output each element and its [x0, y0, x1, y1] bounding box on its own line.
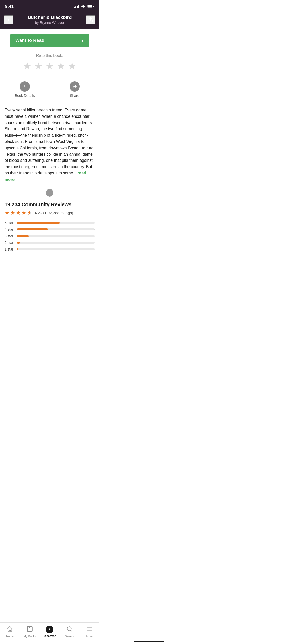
book-author: by Brynne Weaver — [13, 21, 86, 25]
star-4[interactable]: ★ — [57, 61, 65, 72]
bar-label-1star: 1 star — [5, 247, 14, 251]
wifi-icon — [81, 5, 86, 9]
avg-star-5[interactable]: ★ ★ — [27, 210, 32, 216]
rate-section: Rate this book: ★ ★ ★ ★ ★ — [0, 50, 99, 77]
star-2[interactable]: ★ — [34, 61, 43, 72]
bar-label-3star: 3 star — [5, 234, 14, 238]
avg-star-3[interactable]: ★ — [16, 210, 21, 216]
bar-label-4star: 4 star — [5, 227, 14, 231]
svg-rect-2 — [88, 5, 92, 7]
star-1[interactable]: ★ — [23, 61, 32, 72]
book-description: Every serial killer needs a friend. Ever… — [0, 102, 99, 185]
bar-label-5star: 5 star — [5, 221, 14, 225]
dropdown-arrow-icon: ▼ — [80, 39, 84, 43]
bar-track-3star — [17, 235, 95, 237]
status-time: 9:41 — [5, 4, 14, 9]
bar-fill-2star — [17, 242, 20, 244]
signal-icon — [74, 5, 79, 8]
want-to-read-section: Want to Read ▼ — [0, 29, 99, 50]
battery-icon — [87, 5, 94, 9]
rating-text: 4.20 (1,02,788 ratings) — [35, 211, 73, 215]
reviews-count: 19,234 Community Reviews — [5, 202, 95, 208]
book-details-label: Book Details — [15, 94, 35, 98]
bar-row-2star[interactable]: 2 star — [5, 241, 95, 245]
bar-row-3star[interactable]: 3 star — [5, 234, 95, 238]
bar-track-5star — [17, 222, 95, 224]
scroll-dot — [46, 189, 53, 197]
bar-arrow-icon: › — [93, 227, 95, 232]
share-action-icon — [70, 81, 80, 92]
bar-label-2star: 2 star — [5, 241, 14, 245]
back-button[interactable]: ‹ — [4, 15, 13, 24]
book-title: Butcher & Blackbird — [13, 15, 86, 20]
bar-row-1star[interactable]: 1 star — [5, 247, 95, 251]
main-content: Want to Read ▼ Rate this book: ★ ★ ★ ★ ★… — [0, 29, 99, 277]
want-to-read-button[interactable]: Want to Read ▼ — [10, 34, 89, 47]
book-details-icon: i — [20, 81, 30, 92]
page-header: ‹ Butcher & Blackbird by Brynne Weaver — [0, 12, 99, 29]
bar-track-2star — [17, 242, 95, 244]
avg-stars: ★ ★ ★ ★ ★ ★ — [5, 210, 32, 216]
bar-track-4star — [17, 228, 95, 230]
share-action-button[interactable]: Share — [50, 77, 100, 102]
svg-rect-1 — [93, 6, 94, 7]
avg-star-1[interactable]: ★ — [5, 210, 10, 216]
bar-track-1star — [17, 248, 95, 250]
star-3[interactable]: ★ — [45, 61, 54, 72]
book-details-button[interactable]: i Book Details — [0, 77, 50, 102]
svg-text:i: i — [24, 85, 25, 88]
avg-star-2[interactable]: ★ — [10, 210, 15, 216]
star-5[interactable]: ★ — [68, 61, 76, 72]
bar-fill-1star — [17, 248, 18, 250]
rating-bars: 5 star 4 star › 3 star 2 star — [5, 221, 95, 251]
share-button[interactable] — [86, 15, 95, 24]
bar-fill-3star — [17, 235, 29, 237]
scroll-indicator — [0, 185, 99, 199]
status-icons — [74, 5, 94, 9]
bar-fill-5star — [17, 222, 60, 224]
rating-summary: ★ ★ ★ ★ ★ ★ 4.20 (1,02,788 ratings) — [5, 210, 95, 216]
status-bar: 9:41 — [0, 0, 99, 12]
header-title-block: Butcher & Blackbird by Brynne Weaver — [13, 15, 86, 25]
want-to-read-label: Want to Read — [15, 38, 44, 43]
description-text: Every serial killer needs a friend. Ever… — [5, 108, 94, 175]
rate-label: Rate this book: — [0, 53, 99, 58]
reviews-section: 19,234 Community Reviews ★ ★ ★ ★ ★ ★ 4.2… — [0, 199, 99, 251]
bar-row-5star[interactable]: 5 star — [5, 221, 95, 225]
bar-fill-4star — [17, 228, 48, 230]
rating-stars[interactable]: ★ ★ ★ ★ ★ — [0, 61, 99, 72]
share-action-label: Share — [70, 94, 79, 98]
avg-star-4[interactable]: ★ — [21, 210, 26, 216]
action-row: i Book Details Share — [0, 77, 99, 102]
bar-row-4star[interactable]: 4 star › — [5, 227, 95, 231]
